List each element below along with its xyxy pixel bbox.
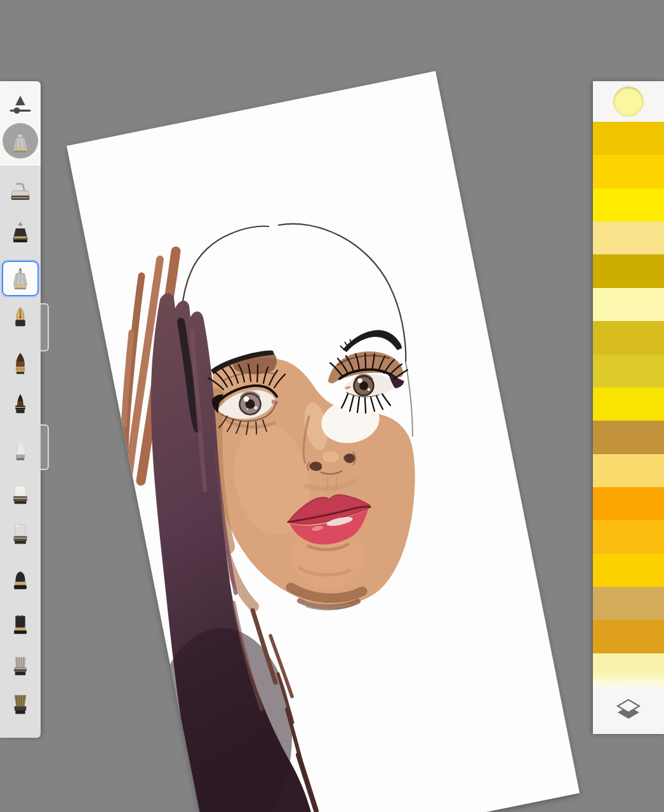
- wide-fan-brush-icon: [6, 690, 34, 719]
- palette-swatch[interactable]: [593, 653, 664, 686]
- palette-swatch[interactable]: [593, 155, 664, 188]
- triangle-slider-icon: [6, 90, 34, 119]
- panel-handle-upper[interactable]: [41, 303, 49, 351]
- palette-swatch[interactable]: [593, 221, 664, 254]
- palette-footer: [593, 686, 664, 734]
- silver-cone-pen-icon: [6, 264, 34, 293]
- soft-pastel-icon: [6, 436, 34, 465]
- palette-swatch[interactable]: [593, 554, 664, 587]
- tool-felt-marker[interactable]: [0, 176, 41, 209]
- current-color-swatch[interactable]: [613, 86, 644, 117]
- palette-swatch[interactable]: [593, 587, 664, 620]
- gold-nib-icon: [6, 303, 34, 332]
- dark-cone-pen-icon: [6, 218, 34, 247]
- tool-flat-brush[interactable]: [0, 650, 41, 683]
- tool-watercolor-brush[interactable]: [0, 347, 41, 380]
- palette-swatch[interactable]: [593, 254, 664, 287]
- palette-swatch[interactable]: [593, 355, 664, 388]
- layers-button[interactable]: [611, 695, 646, 726]
- palette-swatch[interactable]: [593, 388, 664, 421]
- tool-pastel[interactable]: [0, 434, 41, 467]
- palette-swatch[interactable]: [593, 188, 664, 221]
- palette-swatch[interactable]: [593, 520, 664, 553]
- palette-swatch[interactable]: [593, 421, 664, 454]
- airbrush-pen-icon: [6, 126, 34, 155]
- flat-brush-icon: [6, 652, 34, 681]
- eraser-icon: [6, 480, 34, 509]
- tool-brush-pen[interactable]: [0, 388, 41, 421]
- palette-swatch[interactable]: [593, 454, 664, 487]
- palette-header: [593, 81, 664, 122]
- palette-swatch[interactable]: [593, 620, 664, 653]
- tool-technical-pen[interactable]: [2, 261, 39, 296]
- tool-round-marker[interactable]: [0, 564, 41, 597]
- tool-fountain-pen[interactable]: [0, 301, 41, 334]
- swatch-list: [593, 122, 664, 686]
- tool-current-airbrush[interactable]: [3, 123, 38, 159]
- tool-sidebar: [0, 81, 41, 738]
- tool-ink-pen[interactable]: [0, 216, 41, 249]
- marker-with-handle-icon: [6, 178, 34, 207]
- square-tip-marker-icon: [6, 610, 34, 639]
- palette-swatch[interactable]: [593, 487, 664, 520]
- palette-swatch[interactable]: [593, 321, 664, 354]
- app-window: [0, 0, 664, 812]
- tool-acrylic-marker[interactable]: [0, 518, 41, 551]
- canvas-artboard: [0, 0, 664, 812]
- tool-square-marker[interactable]: [0, 608, 41, 641]
- tool-eraser[interactable]: [0, 478, 41, 511]
- panel-handle-lower[interactable]: [41, 424, 49, 470]
- acrylic-marker-icon: [6, 520, 34, 549]
- palette-swatch[interactable]: [593, 122, 664, 155]
- layers-icon: [614, 697, 643, 721]
- tool-fan-brush[interactable]: [0, 688, 41, 721]
- round-brush-icon: [6, 349, 34, 378]
- tool-stroke-settings[interactable]: [0, 88, 41, 121]
- color-palette-panel: [593, 81, 664, 734]
- palette-swatch[interactable]: [593, 288, 664, 321]
- pointed-brush-icon: [6, 390, 34, 419]
- round-tip-marker-icon: [6, 566, 34, 595]
